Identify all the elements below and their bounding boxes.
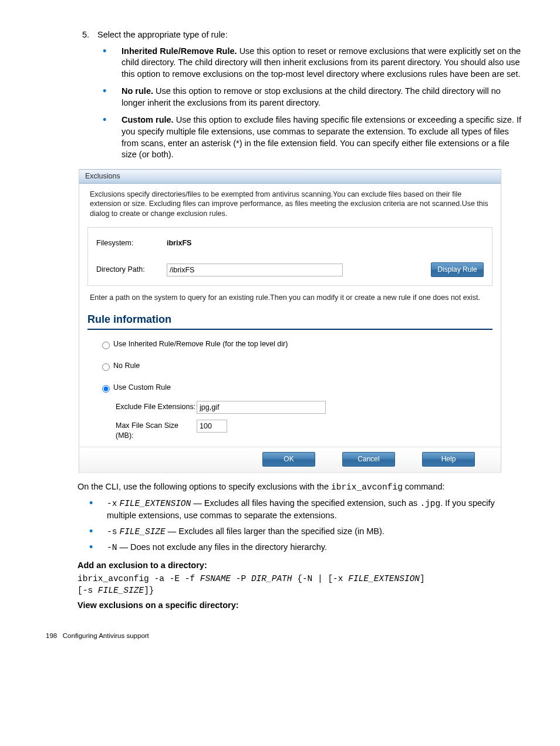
filesystem-panel: Filesystem: ibrixFS Directory Path: Disp… — [87, 227, 492, 286]
directory-path-input[interactable] — [167, 264, 343, 276]
cli-opt-s: -s FILE_SIZE — Excludes all files larger… — [89, 526, 525, 538]
cli-opt-n: -N — Does not exclude any files in the d… — [89, 542, 525, 554]
radio-no-rule[interactable]: No Rule — [99, 361, 492, 371]
filesystem-value: ibrixFS — [167, 238, 191, 248]
radio-custom-rule-label: Use Custom Rule — [113, 383, 171, 393]
path-hint: Enter a path on the system to query for … — [79, 292, 501, 305]
bullet-no-rule: No rule. Use this option to remove or st… — [103, 86, 525, 109]
rule-type-list: Inherited Rule/Remove Rule. Use this opt… — [35, 46, 525, 161]
bullet-title: Custom rule. — [122, 115, 174, 124]
cli-options-list: -x FILE_EXTENSION — Excludes all files h… — [35, 498, 525, 553]
page-footer: 198 Configuring Antivirus support — [46, 632, 525, 641]
radio-inherited[interactable]: Use Inherited Rule/Remove Rule (for the … — [99, 339, 492, 349]
radio-inherited-label: Use Inherited Rule/Remove Rule (for the … — [113, 339, 288, 349]
radio-custom-rule-input[interactable] — [102, 385, 110, 393]
exclude-extensions-label: Exclude File Extensions: — [116, 401, 197, 412]
view-exclusions-heading: View exclusions on a specific directory: — [77, 600, 525, 612]
page-section-title: Configuring Antivirus support — [63, 632, 149, 639]
radio-no-rule-label: No Rule — [113, 361, 140, 371]
bullet-title: No rule. — [122, 86, 153, 96]
cancel-button[interactable]: Cancel — [342, 452, 395, 467]
add-exclusion-command: ibrix_avconfig -a -E -f FSNAME -P DIR_PA… — [77, 573, 525, 596]
filesystem-label: Filesystem: — [96, 238, 167, 248]
bullet-inherited: Inherited Rule/Remove Rule. Use this opt… — [103, 46, 525, 80]
bullet-title: Inherited Rule/Remove Rule. — [122, 46, 237, 56]
dialog-button-bar: OK Cancel Help — [79, 447, 501, 473]
step-5: 5. Select the appropriate type of rule: — [82, 29, 525, 41]
exclusions-dialog: Exclusions Exclusions specify directorie… — [79, 169, 501, 473]
add-exclusion-heading: Add an exclusion to a directory: — [77, 560, 525, 572]
dialog-description: Exclusions specify directories/files to … — [79, 184, 501, 222]
step-text: Select the appropriate type of rule: — [97, 30, 228, 39]
dialog-title-bar: Exclusions — [79, 169, 501, 184]
page-number: 198 — [46, 632, 57, 639]
help-button[interactable]: Help — [422, 452, 475, 467]
step-number: 5. — [82, 29, 95, 41]
cli-opt-x: -x FILE_EXTENSION — Excludes all files h… — [89, 498, 525, 521]
radio-inherited-input[interactable] — [102, 342, 110, 349]
rule-radio-group: Use Inherited Rule/Remove Rule (for the … — [79, 335, 501, 440]
radio-no-rule-input[interactable] — [102, 363, 110, 371]
custom-rule-fields: Exclude File Extensions: Max File Scan S… — [99, 401, 492, 441]
cli-intro: On the CLI, use the following options to… — [77, 481, 525, 494]
exclude-extensions-input[interactable] — [197, 401, 326, 414]
display-rule-button[interactable]: Display Rule — [431, 262, 484, 277]
max-file-size-input[interactable] — [197, 420, 227, 433]
ok-button[interactable]: OK — [262, 452, 315, 467]
cli-command-name: ibrix_avconfig — [331, 482, 403, 492]
radio-custom-rule[interactable]: Use Custom Rule — [99, 383, 492, 393]
bullet-body: Use this option to remove or stop exclus… — [122, 86, 501, 107]
directory-path-label: Directory Path: — [96, 265, 167, 275]
bullet-body: Use this option to exclude files having … — [122, 115, 521, 159]
rule-information-header: Rule information — [87, 312, 492, 330]
max-file-size-label: Max File Scan Size (MB): — [116, 420, 197, 441]
bullet-custom-rule: Custom rule. Use this option to exclude … — [103, 114, 525, 160]
